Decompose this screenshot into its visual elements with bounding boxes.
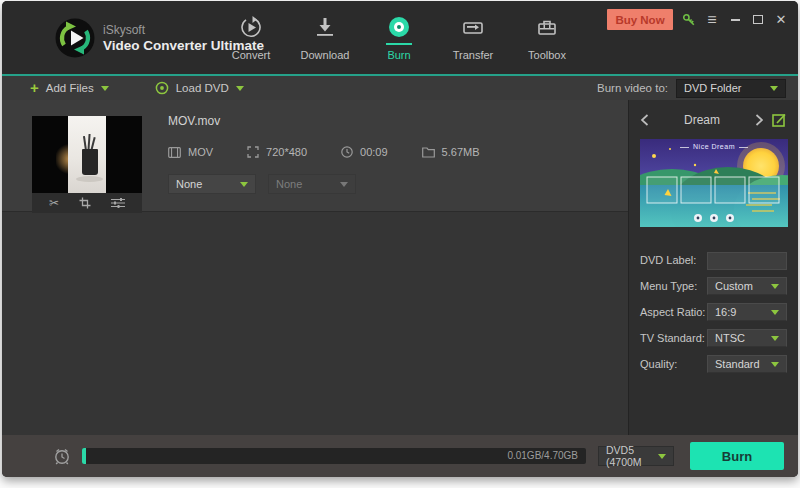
- dvd-settings-sidebar: Dream: [628, 100, 798, 435]
- file-name: MOV.mov: [168, 114, 612, 128]
- status-bar: 0.01GB/4.70GB DVD5 (4700M Burn: [2, 435, 798, 477]
- effect-select[interactable]: None: [168, 174, 256, 194]
- quality-label: Quality:: [640, 358, 677, 370]
- toolbox-icon: [535, 14, 559, 40]
- add-files-label: Add Files: [46, 82, 94, 94]
- tab-label: Burn: [387, 49, 410, 61]
- title-bar: iSkysoft Video Converter Ultimate Conver…: [2, 1, 798, 76]
- file-option-row: None None: [168, 174, 612, 194]
- menu-type-select[interactable]: Custom: [707, 277, 787, 295]
- file-list-empty-space: [2, 212, 628, 435]
- disc-type-select[interactable]: DVD5 (4700M: [598, 446, 674, 466]
- aspect-ratio-select[interactable]: 16:9: [707, 303, 787, 321]
- chevron-left-icon[interactable]: [640, 114, 649, 126]
- template-name: Dream: [649, 113, 755, 127]
- app-logo-icon: [55, 18, 95, 58]
- edit-template-icon[interactable]: [772, 112, 787, 127]
- resolution-icon: [247, 146, 259, 158]
- file-row[interactable]: ✂: [2, 100, 628, 212]
- menu-type-row: Menu Type: Custom: [640, 273, 787, 299]
- tab-toolbox[interactable]: Toolbox: [510, 14, 584, 61]
- tab-burn[interactable]: Burn: [362, 14, 436, 61]
- chevron-down-icon: [771, 336, 779, 341]
- resolution-value: 720*480: [266, 146, 307, 158]
- capacity-text: 0.01GB/4.70GB: [507, 448, 578, 464]
- dream-template-art: [640, 139, 788, 227]
- format-info: MOV: [168, 146, 213, 158]
- preview-title: Nice Dream: [640, 143, 788, 150]
- resolution-info: 720*480: [247, 146, 307, 158]
- add-files-button[interactable]: + Add Files: [30, 81, 109, 95]
- tab-underline: [238, 43, 264, 45]
- file-meta-row: MOV 720*480: [168, 146, 612, 158]
- size-info: 5.67MB: [422, 146, 480, 158]
- file-list-area: ✂: [2, 100, 628, 435]
- chevron-down-icon[interactable]: [101, 86, 109, 91]
- quality-select[interactable]: Standard: [707, 355, 787, 373]
- menu-template-preview[interactable]: Nice Dream: [640, 139, 788, 227]
- file-info: MOV.mov MOV: [168, 114, 612, 194]
- quality-row: Quality: Standard: [640, 351, 787, 377]
- video-thumbnail[interactable]: [32, 116, 142, 193]
- crop-icon[interactable]: [79, 197, 91, 209]
- tab-label: Download: [301, 49, 350, 61]
- tv-standard-select[interactable]: NTSC: [707, 329, 787, 347]
- tab-label: Toolbox: [528, 49, 566, 61]
- video-thumbnail-block: ✂: [32, 116, 142, 213]
- dvd-label-row: DVD Label:: [640, 247, 787, 273]
- folder-icon: [422, 147, 435, 158]
- dvd-label-label: DVD Label:: [640, 254, 696, 266]
- menu-icon[interactable]: ≡: [705, 10, 719, 30]
- chevron-down-icon[interactable]: [236, 86, 244, 91]
- tab-underline: [534, 43, 560, 45]
- tab-download[interactable]: Download: [288, 14, 362, 61]
- main-nav: Convert Download Burn: [214, 14, 586, 61]
- clip-tools: ✂: [32, 193, 142, 213]
- chevron-down-icon: [770, 86, 778, 91]
- chevron-down-icon: [658, 454, 666, 459]
- maximize-icon[interactable]: [751, 10, 765, 30]
- burn-video-to-label: Burn video to:: [597, 82, 668, 94]
- chevron-down-icon: [240, 182, 248, 187]
- tab-transfer[interactable]: Transfer: [436, 14, 510, 61]
- dvd-label-input[interactable]: [707, 252, 787, 270]
- minimize-icon[interactable]: [728, 10, 742, 30]
- burn-target-select[interactable]: DVD Folder: [676, 79, 786, 98]
- chevron-down-icon: [771, 362, 779, 367]
- duration-value: 00:09: [360, 146, 388, 158]
- template-selector: Dream: [640, 112, 787, 127]
- trim-scissors-icon[interactable]: ✂: [49, 196, 59, 210]
- effects-sliders-icon[interactable]: [111, 197, 125, 209]
- size-value: 5.67MB: [442, 146, 480, 158]
- transfer-icon: [461, 14, 485, 40]
- chevron-right-icon[interactable]: [755, 114, 764, 126]
- chevron-down-icon: [771, 310, 779, 315]
- toolbar: + Add Files Load DVD Burn video to: DVD …: [2, 76, 798, 100]
- disc-icon: [155, 81, 169, 95]
- duration-info: 00:09: [341, 146, 388, 158]
- window-controls: Buy Now ≡ ✕: [607, 9, 788, 30]
- clock-icon: [341, 146, 353, 158]
- burn-button[interactable]: Burn: [690, 442, 784, 470]
- load-dvd-button[interactable]: Load DVD: [155, 81, 244, 95]
- capacity-progress-fill: [82, 448, 86, 464]
- app-window: iSkysoft Video Converter Ultimate Conver…: [2, 1, 798, 477]
- tv-standard-label: TV Standard:: [640, 332, 705, 344]
- tab-label: Transfer: [453, 49, 494, 61]
- timer-alarm-icon[interactable]: [52, 446, 72, 466]
- chevron-down-icon: [771, 284, 779, 289]
- convert-icon: [239, 14, 263, 40]
- close-icon[interactable]: ✕: [774, 10, 788, 30]
- tab-convert[interactable]: Convert: [214, 14, 288, 61]
- buy-now-button[interactable]: Buy Now: [607, 9, 673, 30]
- chevron-down-icon: [340, 182, 348, 187]
- aspect-ratio-label: Aspect Ratio:: [640, 306, 705, 318]
- tab-underline: [312, 43, 338, 45]
- aspect-ratio-row: Aspect Ratio: 16:9: [640, 299, 787, 325]
- burn-video-to: Burn video to: DVD Folder: [597, 79, 786, 98]
- film-icon: [168, 147, 181, 158]
- download-icon: [313, 14, 337, 40]
- register-key-icon[interactable]: [682, 10, 696, 30]
- burn-icon: [389, 14, 409, 40]
- load-dvd-label: Load DVD: [176, 82, 229, 94]
